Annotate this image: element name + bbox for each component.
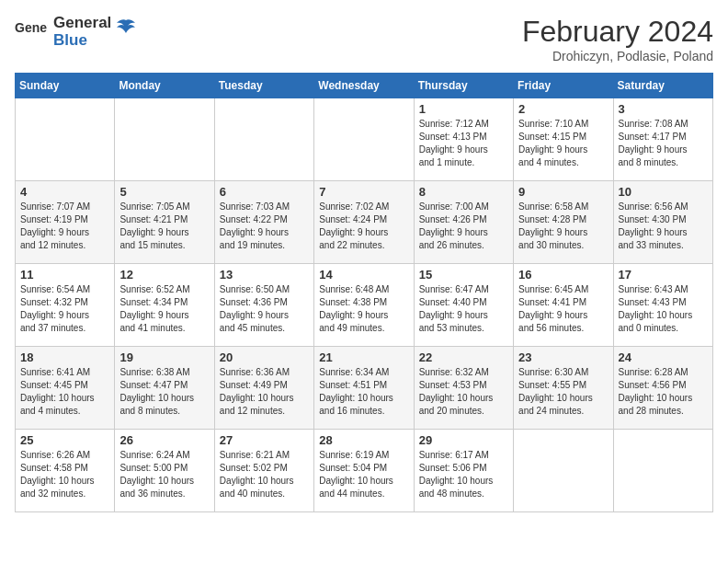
day-number: 13 <box>220 268 309 282</box>
day-number: 23 <box>518 350 608 364</box>
day-number: 1 <box>419 102 508 116</box>
day-number: 17 <box>619 268 708 282</box>
day-info: Sunrise: 6:56 AM Sunset: 4:30 PM Dayligh… <box>619 201 708 252</box>
location-subtitle: Drohiczyn, Podlasie, Poland <box>522 49 713 63</box>
header-friday: Friday <box>514 74 613 98</box>
calendar-cell <box>613 430 712 512</box>
calendar-cell: 15Sunrise: 6:47 AM Sunset: 4:40 PM Dayli… <box>414 264 513 347</box>
calendar-cell: 25Sunrise: 6:26 AM Sunset: 4:58 PM Dayli… <box>16 430 115 512</box>
calendar-cell <box>214 98 313 181</box>
day-number: 16 <box>518 268 608 282</box>
day-info: Sunrise: 6:47 AM Sunset: 4:40 PM Dayligh… <box>419 283 508 335</box>
logo-blue: Blue <box>53 31 87 49</box>
day-number: 8 <box>419 185 508 199</box>
day-info: Sunrise: 6:32 AM Sunset: 4:53 PM Dayligh… <box>419 366 508 418</box>
calendar-cell: 29Sunrise: 6:17 AM Sunset: 5:06 PM Dayli… <box>414 430 513 512</box>
header-monday: Monday <box>115 74 214 98</box>
day-number: 24 <box>619 350 708 364</box>
header-tuesday: Tuesday <box>214 74 313 98</box>
day-info: Sunrise: 6:24 AM Sunset: 5:00 PM Dayligh… <box>119 449 209 500</box>
calendar-cell: 8Sunrise: 7:00 AM Sunset: 4:26 PM Daylig… <box>414 181 513 264</box>
day-number: 20 <box>220 350 309 364</box>
week-row-2: 11Sunrise: 6:54 AM Sunset: 4:32 PM Dayli… <box>16 264 713 347</box>
calendar-cell: 1Sunrise: 7:12 AM Sunset: 4:13 PM Daylig… <box>414 98 513 181</box>
title-area: February 2024 Drohiczyn, Podlasie, Polan… <box>522 15 713 63</box>
logo-bird-icon <box>115 18 137 37</box>
header-saturday: Saturday <box>613 74 712 98</box>
calendar-cell: 3Sunrise: 7:08 AM Sunset: 4:17 PM Daylig… <box>613 98 712 181</box>
day-number: 21 <box>319 350 408 364</box>
logo: General General Blue <box>15 15 137 49</box>
calendar-cell <box>115 98 214 181</box>
calendar-cell <box>16 98 115 181</box>
calendar-cell: 4Sunrise: 7:07 AM Sunset: 4:19 PM Daylig… <box>16 181 115 264</box>
day-info: Sunrise: 6:41 AM Sunset: 4:45 PM Dayligh… <box>20 366 109 418</box>
day-info: Sunrise: 6:30 AM Sunset: 4:55 PM Dayligh… <box>518 366 608 418</box>
day-info: Sunrise: 6:58 AM Sunset: 4:28 PM Dayligh… <box>518 201 608 252</box>
calendar-cell: 9Sunrise: 6:58 AM Sunset: 4:28 PM Daylig… <box>514 181 613 264</box>
month-title: February 2024 <box>522 15 713 49</box>
header-row: SundayMondayTuesdayWednesdayThursdayFrid… <box>16 74 713 98</box>
day-info: Sunrise: 6:38 AM Sunset: 4:47 PM Dayligh… <box>119 366 209 418</box>
header-wednesday: Wednesday <box>314 74 414 98</box>
day-number: 2 <box>518 102 608 116</box>
week-row-4: 25Sunrise: 6:26 AM Sunset: 4:58 PM Dayli… <box>16 430 713 512</box>
day-number: 3 <box>619 102 708 116</box>
calendar-cell: 22Sunrise: 6:32 AM Sunset: 4:53 PM Dayli… <box>414 347 513 430</box>
day-number: 22 <box>419 350 508 364</box>
day-number: 14 <box>319 268 408 282</box>
week-row-0: 1Sunrise: 7:12 AM Sunset: 4:13 PM Daylig… <box>16 98 713 181</box>
day-info: Sunrise: 6:19 AM Sunset: 5:04 PM Dayligh… <box>319 449 408 500</box>
day-number: 7 <box>319 185 408 199</box>
calendar-cell: 11Sunrise: 6:54 AM Sunset: 4:32 PM Dayli… <box>16 264 115 347</box>
day-info: Sunrise: 7:02 AM Sunset: 4:24 PM Dayligh… <box>319 201 408 252</box>
day-number: 11 <box>20 268 109 282</box>
calendar-cell: 14Sunrise: 6:48 AM Sunset: 4:38 PM Dayli… <box>314 264 414 347</box>
calendar-cell: 20Sunrise: 6:36 AM Sunset: 4:49 PM Dayli… <box>214 347 313 430</box>
calendar-cell: 23Sunrise: 6:30 AM Sunset: 4:55 PM Dayli… <box>514 347 613 430</box>
day-number: 19 <box>119 350 209 364</box>
day-number: 27 <box>220 433 309 447</box>
day-info: Sunrise: 7:07 AM Sunset: 4:19 PM Dayligh… <box>20 201 109 252</box>
calendar-cell: 28Sunrise: 6:19 AM Sunset: 5:04 PM Dayli… <box>314 430 414 512</box>
day-info: Sunrise: 7:10 AM Sunset: 4:15 PM Dayligh… <box>518 118 608 169</box>
calendar-cell: 2Sunrise: 7:10 AM Sunset: 4:15 PM Daylig… <box>514 98 613 181</box>
day-info: Sunrise: 6:52 AM Sunset: 4:34 PM Dayligh… <box>119 283 209 335</box>
day-number: 18 <box>20 350 109 364</box>
day-number: 4 <box>20 185 109 199</box>
calendar-cell: 16Sunrise: 6:45 AM Sunset: 4:41 PM Dayli… <box>514 264 613 347</box>
day-number: 5 <box>119 185 209 199</box>
calendar-cell: 18Sunrise: 6:41 AM Sunset: 4:45 PM Dayli… <box>16 347 115 430</box>
calendar-cell: 5Sunrise: 7:05 AM Sunset: 4:21 PM Daylig… <box>115 181 214 264</box>
day-info: Sunrise: 6:50 AM Sunset: 4:36 PM Dayligh… <box>220 283 309 335</box>
day-info: Sunrise: 6:43 AM Sunset: 4:43 PM Dayligh… <box>619 283 708 335</box>
week-row-3: 18Sunrise: 6:41 AM Sunset: 4:45 PM Dayli… <box>16 347 713 430</box>
calendar-cell <box>314 98 414 181</box>
calendar-cell: 19Sunrise: 6:38 AM Sunset: 4:47 PM Dayli… <box>115 347 214 430</box>
day-info: Sunrise: 7:12 AM Sunset: 4:13 PM Dayligh… <box>419 118 508 169</box>
day-info: Sunrise: 6:17 AM Sunset: 5:06 PM Dayligh… <box>419 449 508 500</box>
day-info: Sunrise: 6:45 AM Sunset: 4:41 PM Dayligh… <box>518 283 608 335</box>
calendar-body: 1Sunrise: 7:12 AM Sunset: 4:13 PM Daylig… <box>16 98 713 512</box>
calendar-cell: 24Sunrise: 6:28 AM Sunset: 4:56 PM Dayli… <box>613 347 712 430</box>
logo-icon: General <box>15 16 48 49</box>
calendar-cell: 17Sunrise: 6:43 AM Sunset: 4:43 PM Dayli… <box>613 264 712 347</box>
day-number: 9 <box>518 185 608 199</box>
day-info: Sunrise: 6:21 AM Sunset: 5:02 PM Dayligh… <box>220 449 309 500</box>
calendar-cell: 21Sunrise: 6:34 AM Sunset: 4:51 PM Dayli… <box>314 347 414 430</box>
header-thursday: Thursday <box>414 74 513 98</box>
day-info: Sunrise: 6:34 AM Sunset: 4:51 PM Dayligh… <box>319 366 408 418</box>
day-number: 12 <box>119 268 209 282</box>
calendar-cell: 27Sunrise: 6:21 AM Sunset: 5:02 PM Dayli… <box>214 430 313 512</box>
day-number: 15 <box>419 268 508 282</box>
calendar-cell <box>514 430 613 512</box>
logo-general: General <box>53 14 111 31</box>
calendar-cell: 7Sunrise: 7:02 AM Sunset: 4:24 PM Daylig… <box>314 181 414 264</box>
week-row-1: 4Sunrise: 7:07 AM Sunset: 4:19 PM Daylig… <box>16 181 713 264</box>
day-info: Sunrise: 7:03 AM Sunset: 4:22 PM Dayligh… <box>220 201 309 252</box>
day-number: 29 <box>419 433 508 447</box>
day-number: 28 <box>319 433 408 447</box>
calendar-cell: 12Sunrise: 6:52 AM Sunset: 4:34 PM Dayli… <box>115 264 214 347</box>
calendar-cell: 13Sunrise: 6:50 AM Sunset: 4:36 PM Dayli… <box>214 264 313 347</box>
day-number: 10 <box>619 185 708 199</box>
